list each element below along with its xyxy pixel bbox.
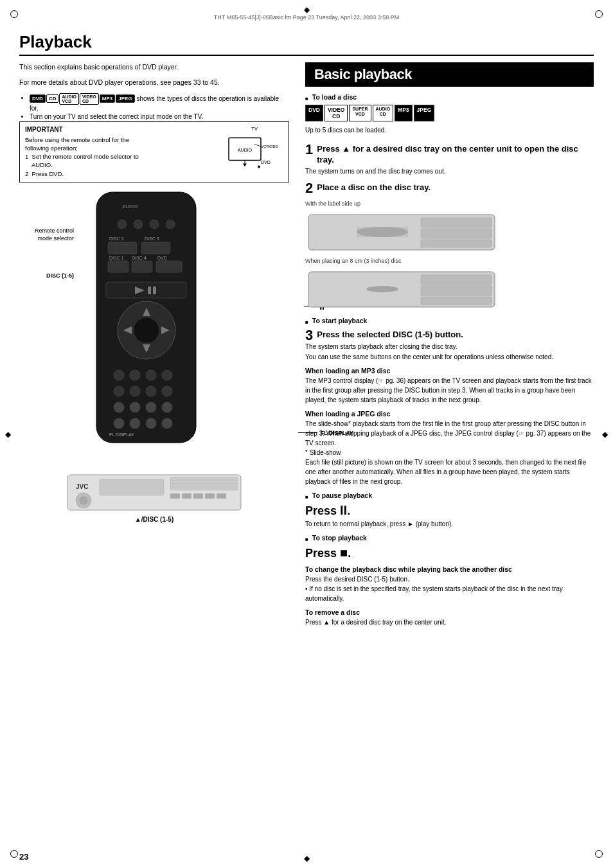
svg-rect-24: [106, 282, 186, 298]
step-2: 2 Place a disc on the disc tray.: [305, 181, 594, 195]
svg-text:DISC 4: DISC 4: [132, 256, 147, 260]
change-disc-text: Press the desired DISC (1-5) button. • I…: [305, 574, 594, 603]
svg-rect-53: [100, 479, 164, 495]
important-box: IMPORTANT Before using the remote contro…: [19, 121, 289, 182]
svg-text:AUDIO: AUDIO: [122, 204, 138, 209]
svg-rect-70: [357, 227, 408, 237]
start-playback-heading-row: ■ To start playback: [305, 317, 594, 327]
svg-point-75: [366, 286, 398, 292]
important-text: IMPORTANT Before using the remote contro…: [25, 126, 219, 178]
pause-heading-row: ■ To pause playback: [305, 492, 594, 502]
remote-container: Remote controlmode selector DISC (1-5) A…: [19, 189, 289, 460]
svg-rect-62: [217, 493, 226, 499]
basic-playback-title: Basic playback: [305, 62, 594, 87]
svg-rect-73: [421, 286, 492, 296]
arrow-right: ◆: [602, 430, 608, 439]
label-3inch: When placing an 8 cm (3 inches) disc: [305, 258, 594, 264]
badge-dvd: DVD: [305, 105, 323, 121]
svg-rect-67: [421, 229, 492, 238]
svg-rect-21: [108, 261, 129, 272]
two-column-layout: This section explains basic operations o…: [19, 62, 594, 842]
step-3-text: Press the selected DISC (1-5) button.: [305, 328, 594, 341]
svg-rect-22: [132, 261, 152, 272]
badge-vcd2: VIDEOCD: [80, 93, 99, 105]
stop-heading: To stop playback: [312, 534, 367, 542]
tv-svg: AUDIO VCR/DBS DVD: [226, 133, 283, 172]
svg-line-5: [254, 144, 260, 146]
svg-rect-68: [421, 240, 492, 247]
fl-display-label: FL DISPLAY: [298, 430, 353, 436]
pause-heading: To pause playback: [312, 492, 372, 499]
svg-rect-17: [141, 242, 170, 254]
badge-cd: CD: [46, 94, 59, 103]
stop-heading-row: ■ To stop playback: [305, 534, 594, 544]
page-number: 23: [19, 852, 28, 862]
svg-rect-58: [170, 493, 180, 499]
step-1: 1 Press ▲ for a desired disc tray on the…: [305, 143, 594, 176]
change-disc-heading: To change the playback disc while playin…: [305, 565, 594, 573]
step-1-text: Press ▲ for a desired disc tray on the c…: [305, 143, 594, 166]
arrow-top: ◆: [304, 5, 310, 14]
cd-player-svg: JVC: [64, 470, 244, 515]
badge-mp3: MP3: [395, 105, 412, 121]
svg-point-43: [130, 402, 140, 412]
corner-mark-bl: [10, 850, 18, 858]
square-icon-4: ■: [305, 536, 308, 542]
disc-image-normal: With the label side up: [305, 200, 594, 254]
svg-rect-59: [182, 493, 191, 499]
svg-marker-3: [243, 163, 247, 166]
svg-point-13: [166, 220, 175, 229]
svg-point-10: [118, 220, 127, 229]
svg-point-12: [150, 220, 159, 229]
badge-jpeg: JPEG: [414, 105, 435, 121]
svg-point-11: [134, 220, 143, 229]
important-title: IMPORTANT: [25, 126, 219, 133]
badge-svcd: SUPERVCD: [349, 105, 371, 121]
mp3-text: The MP3 control display (☞ pg. 36) appea…: [305, 376, 594, 405]
svg-point-48: [146, 418, 156, 429]
load-disc-note: Up to 5 discs can be loaded.: [305, 125, 434, 135]
intro-line2: For more details about DVD player operat…: [19, 78, 289, 88]
stop-symbol: ■: [340, 545, 348, 560]
badge-acd: AUDIOCD: [373, 105, 394, 121]
badge-jpeg: JPEG: [116, 94, 134, 103]
svg-point-38: [114, 386, 124, 396]
cd-player-area: JVC: [19, 470, 289, 523]
start-playback-heading: To start playback: [312, 317, 368, 324]
svg-rect-23: [156, 261, 182, 272]
svg-rect-66: [421, 218, 492, 227]
badge-vcd: VIDEOCD: [324, 105, 348, 121]
svg-rect-72: [421, 275, 492, 285]
jpeg-text: The slide-show* playback starts from the…: [305, 419, 594, 486]
svg-text:JVC: JVC: [76, 483, 88, 490]
svg-point-29: [134, 317, 159, 343]
arrow-bottom: ◆: [304, 854, 310, 863]
cd-player-label: ▲/DISC (1-5): [135, 516, 173, 523]
svg-rect-74: [421, 297, 492, 305]
mp3-heading: When loading an MP3 disc: [305, 367, 594, 375]
mode-selector-label: Remote controlmode selector: [19, 227, 74, 242]
step-1-num: 1: [305, 143, 313, 157]
intro-line1: This section explains basic operations o…: [19, 62, 289, 73]
svg-point-41: [162, 386, 172, 396]
badge-dvd: DVD: [30, 94, 46, 103]
svg-text:FL DISPLAY: FL DISPLAY: [109, 432, 134, 437]
disc-player-svg-1: [305, 208, 498, 253]
svg-rect-16: [108, 242, 137, 254]
step-3-sub2: You can use the same buttons on the cent…: [305, 353, 594, 362]
svg-point-40: [146, 386, 156, 396]
disc-player-svg-2: [305, 265, 498, 310]
step-3-sub1: The system starts playback after closing…: [305, 342, 594, 351]
left-column: This section explains basic operations o…: [19, 62, 289, 842]
tv-diagram: TV AUDIO VCR/DBS DVD: [226, 126, 283, 178]
section-title: Playback: [19, 32, 594, 56]
load-disc-section: ■ To load a disc DVD VIDEOCD SUPERVCD AU…: [305, 93, 594, 137]
svg-text:DISC 1: DISC 1: [109, 256, 124, 260]
disc-image-3inch: When placing an 8 cm (3 inches) disc: [305, 258, 594, 312]
svg-point-42: [114, 402, 124, 412]
label-side-up: With the label side up: [305, 200, 594, 207]
svg-text:DVD: DVD: [261, 159, 271, 164]
stop-press: Press ■.: [305, 545, 594, 560]
svg-text:DISC 2: DISC 2: [109, 236, 124, 241]
corner-mark-tr: [595, 10, 603, 18]
